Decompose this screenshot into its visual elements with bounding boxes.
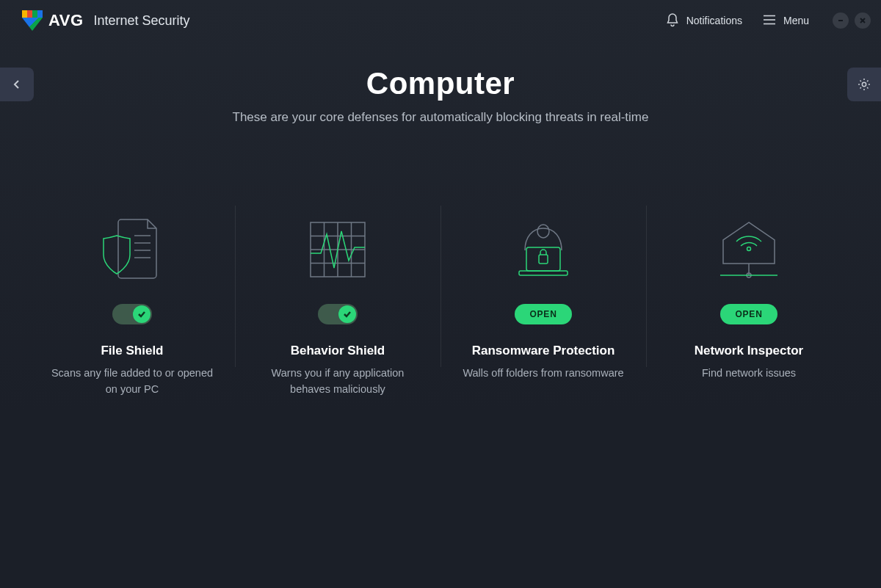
card-title: File Shield [47, 344, 217, 358]
ransomware-icon [458, 206, 628, 294]
card-network-inspector[interactable]: OPEN Network Inspector Find network issu… [646, 206, 852, 398]
card-behavior-shield[interactable]: Behavior Shield Warns you if any applica… [235, 206, 440, 398]
gear-icon [857, 77, 871, 92]
svg-point-18 [537, 225, 549, 238]
logo: AVG Internet Security [22, 10, 190, 31]
svg-rect-19 [526, 247, 560, 271]
behavior-shield-icon [253, 206, 423, 294]
svg-rect-21 [539, 255, 548, 264]
card-title: Behavior Shield [253, 344, 423, 358]
notifications-button[interactable]: Notifications [656, 8, 753, 34]
menu-button[interactable]: Menu [753, 10, 819, 32]
behavior-shield-toggle[interactable] [318, 304, 358, 324]
card-desc: Warns you if any application behaves mal… [253, 366, 423, 398]
product-name: Internet Security [94, 13, 190, 29]
card-desc: Scans any file added to or opened on you… [47, 366, 217, 398]
close-button[interactable] [855, 12, 871, 29]
page-title: Computer [0, 66, 881, 101]
feature-cards: File Shield Scans any file added to or o… [0, 206, 881, 398]
file-shield-icon [47, 206, 217, 294]
notifications-label: Notifications [686, 15, 742, 26]
brand-name: AVG [48, 11, 84, 30]
page-header: Computer These are your core defenses fo… [0, 66, 881, 125]
card-desc: Find network issues [664, 366, 834, 382]
chevron-left-icon [11, 79, 23, 90]
svg-rect-20 [519, 271, 568, 275]
card-title: Ransomware Protection [458, 344, 628, 358]
card-file-shield[interactable]: File Shield Scans any file added to or o… [29, 206, 235, 398]
network-inspector-icon [664, 206, 834, 294]
logo-mark-icon [22, 10, 43, 31]
ransomware-open-button[interactable]: OPEN [515, 304, 571, 324]
menu-label: Menu [783, 15, 809, 26]
card-title: Network Inspector [664, 344, 834, 358]
hamburger-icon [763, 15, 776, 27]
back-button[interactable] [0, 68, 34, 101]
svg-point-6 [862, 82, 866, 86]
titlebar: AVG Internet Security Notifications Menu [0, 0, 881, 41]
settings-button[interactable] [847, 68, 881, 101]
card-desc: Walls off folders from ransomware [458, 366, 628, 382]
bell-icon [666, 12, 679, 29]
page-subtitle: These are your core defenses for automat… [0, 110, 881, 125]
file-shield-toggle[interactable] [112, 304, 152, 324]
svg-point-25 [747, 247, 751, 251]
card-ransomware-protection[interactable]: OPEN Ransomware Protection Walls off fol… [440, 206, 646, 398]
network-inspector-open-button[interactable]: OPEN [720, 304, 777, 324]
minimize-button[interactable] [833, 12, 849, 29]
